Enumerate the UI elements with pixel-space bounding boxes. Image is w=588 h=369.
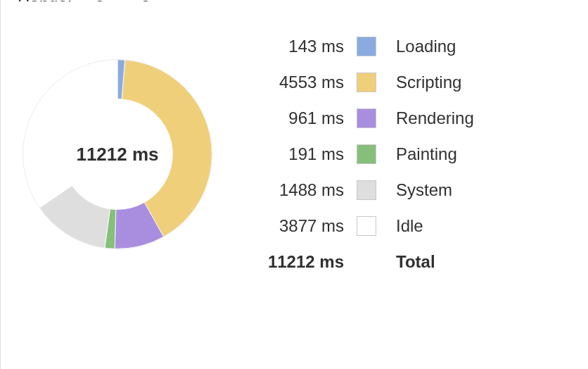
- legend-swatch: [357, 180, 376, 200]
- legend-row: 191 msPainting: [244, 144, 494, 164]
- range-label: Range: ... s – ... s: [18, 0, 571, 1]
- legend-value: 4553 ms: [244, 73, 357, 92]
- donut-chart: 11212 ms: [19, 56, 216, 253]
- donut-slice: [23, 60, 117, 208]
- legend-swatch: [357, 37, 376, 56]
- legend-row: 1488 msSystem: [244, 180, 494, 200]
- legend-swatch: [357, 73, 376, 92]
- legend-total-value: 11212 ms: [244, 252, 357, 272]
- legend-label: Idle: [396, 216, 494, 236]
- summary-panel: Range: ... s – ... s 11212 ms 143 msLoad…: [0, 0, 588, 369]
- legend-value: 143 ms: [244, 37, 357, 56]
- legend-swatch: [357, 216, 376, 236]
- legend-label: Painting: [396, 144, 494, 164]
- legend-swatch: [357, 144, 376, 164]
- legend-value: 1488 ms: [244, 180, 357, 200]
- legend-value: 3877 ms: [244, 216, 357, 236]
- legend-row: 961 msRendering: [244, 108, 494, 128]
- legend-value: 961 ms: [244, 108, 357, 128]
- legend-row: 143 msLoading: [244, 37, 494, 56]
- legend-label: Loading: [396, 37, 494, 56]
- legend-label: System: [396, 180, 494, 200]
- summary-content: 11212 ms 143 msLoading4553 msScripting96…: [18, 37, 571, 272]
- legend: 143 msLoading4553 msScripting961 msRende…: [244, 37, 494, 272]
- legend-label: Rendering: [396, 108, 494, 128]
- legend-row: 3877 msIdle: [244, 216, 494, 236]
- legend-total-row: 11212 msTotal: [244, 252, 494, 272]
- legend-value: 191 ms: [244, 144, 357, 164]
- legend-row: 4553 msScripting: [244, 73, 494, 92]
- legend-total-label: Total: [396, 252, 494, 272]
- legend-label: Scripting: [396, 73, 494, 92]
- legend-swatch: [357, 108, 376, 128]
- donut-svg: [19, 56, 216, 253]
